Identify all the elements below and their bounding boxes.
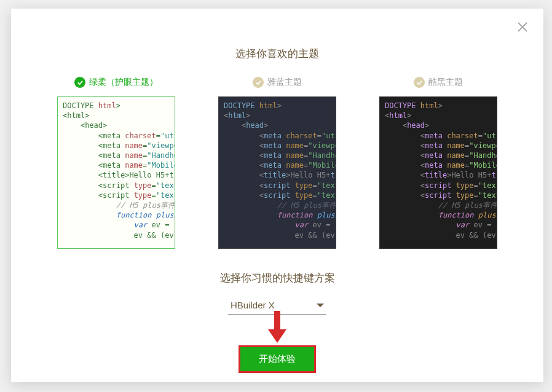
chevron-down-icon xyxy=(317,304,324,307)
keymap-select[interactable]: HBuilder X xyxy=(228,296,326,315)
check-icon xyxy=(414,77,425,88)
theme-preview-green: DOCTYPE html> <html> <head> <meta charse… xyxy=(57,96,175,249)
check-icon xyxy=(74,77,85,88)
check-icon xyxy=(253,77,264,88)
svg-marker-3 xyxy=(268,329,286,343)
annotation-arrow xyxy=(268,311,286,343)
theme-label[interactable]: 雅蓝主题 xyxy=(253,77,302,88)
themes-row: 绿柔（护眼主题）DOCTYPE html> <html> <head> <met… xyxy=(41,77,514,249)
theme-option-0[interactable]: 绿柔（护眼主题）DOCTYPE html> <html> <head> <met… xyxy=(48,77,184,249)
dialog-title: 选择你喜欢的主题 xyxy=(41,47,514,61)
theme-setup-dialog: 选择你喜欢的主题 绿柔（护眼主题）DOCTYPE html> <html> <h… xyxy=(11,9,543,382)
theme-label-text: 雅蓝主题 xyxy=(267,77,302,88)
theme-preview-black: DOCTYPE html> <html> <head> <meta charse… xyxy=(379,96,497,249)
theme-label-text: 酷黑主题 xyxy=(428,77,463,88)
close-icon xyxy=(517,22,528,33)
theme-label[interactable]: 酷黑主题 xyxy=(414,77,463,88)
close-button[interactable] xyxy=(514,18,531,36)
theme-option-2[interactable]: 酷黑主题DOCTYPE html> <html> <head> <meta ch… xyxy=(370,77,507,249)
keymap-select-value: HBuilder X xyxy=(231,300,275,310)
keymap-title: 选择你习惯的快捷键方案 xyxy=(41,271,514,285)
theme-label-text: 绿柔（护眼主题） xyxy=(89,77,158,88)
start-button[interactable]: 开始体验 xyxy=(239,345,316,373)
theme-option-1[interactable]: 雅蓝主题DOCTYPE html> <html> <head> <meta ch… xyxy=(209,77,345,249)
theme-preview-blue: DOCTYPE html> <html> <head> <meta charse… xyxy=(218,96,336,249)
theme-label[interactable]: 绿柔（护眼主题） xyxy=(74,77,158,88)
